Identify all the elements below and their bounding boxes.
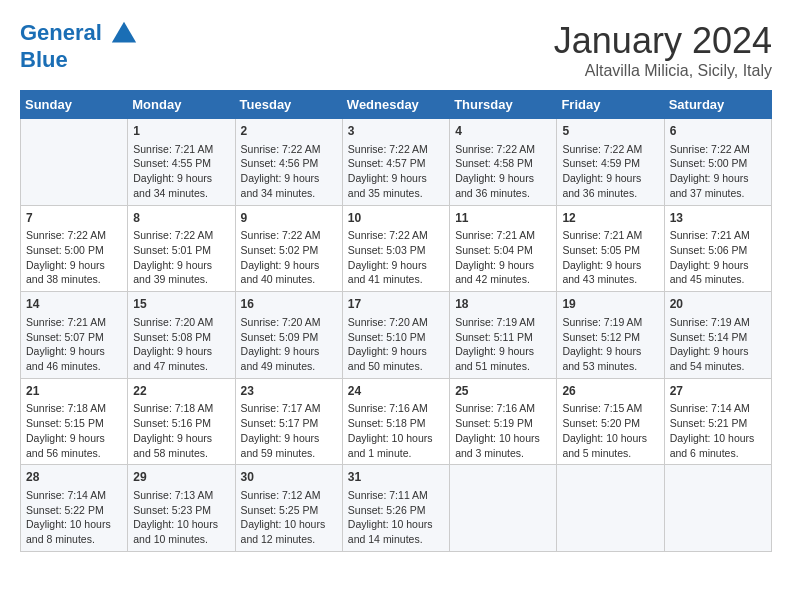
day-number: 10: [348, 210, 444, 227]
day-number: 31: [348, 469, 444, 486]
calendar-cell: 5Sunrise: 7:22 AM Sunset: 4:59 PM Daylig…: [557, 119, 664, 206]
day-info: Sunrise: 7:21 AM Sunset: 4:55 PM Dayligh…: [133, 142, 229, 201]
title-block: January 2024 Altavilla Milicia, Sicily, …: [554, 20, 772, 80]
day-info: Sunrise: 7:21 AM Sunset: 5:07 PM Dayligh…: [26, 315, 122, 374]
day-info: Sunrise: 7:22 AM Sunset: 4:59 PM Dayligh…: [562, 142, 658, 201]
calendar-cell: 21Sunrise: 7:18 AM Sunset: 5:15 PM Dayli…: [21, 378, 128, 465]
calendar-cell: 23Sunrise: 7:17 AM Sunset: 5:17 PM Dayli…: [235, 378, 342, 465]
day-info: Sunrise: 7:14 AM Sunset: 5:22 PM Dayligh…: [26, 488, 122, 547]
day-number: 8: [133, 210, 229, 227]
calendar-cell: 29Sunrise: 7:13 AM Sunset: 5:23 PM Dayli…: [128, 465, 235, 552]
day-number: 13: [670, 210, 766, 227]
day-info: Sunrise: 7:11 AM Sunset: 5:26 PM Dayligh…: [348, 488, 444, 547]
day-info: Sunrise: 7:22 AM Sunset: 4:56 PM Dayligh…: [241, 142, 337, 201]
calendar-week-2: 7Sunrise: 7:22 AM Sunset: 5:00 PM Daylig…: [21, 205, 772, 292]
calendar-week-3: 14Sunrise: 7:21 AM Sunset: 5:07 PM Dayli…: [21, 292, 772, 379]
day-info: Sunrise: 7:22 AM Sunset: 5:02 PM Dayligh…: [241, 228, 337, 287]
day-info: Sunrise: 7:21 AM Sunset: 5:04 PM Dayligh…: [455, 228, 551, 287]
day-info: Sunrise: 7:12 AM Sunset: 5:25 PM Dayligh…: [241, 488, 337, 547]
calendar-week-5: 28Sunrise: 7:14 AM Sunset: 5:22 PM Dayli…: [21, 465, 772, 552]
day-info: Sunrise: 7:22 AM Sunset: 5:00 PM Dayligh…: [26, 228, 122, 287]
weekday-header-thursday: Thursday: [450, 91, 557, 119]
day-number: 15: [133, 296, 229, 313]
calendar-cell: 7Sunrise: 7:22 AM Sunset: 5:00 PM Daylig…: [21, 205, 128, 292]
day-info: Sunrise: 7:22 AM Sunset: 4:57 PM Dayligh…: [348, 142, 444, 201]
day-info: Sunrise: 7:16 AM Sunset: 5:18 PM Dayligh…: [348, 401, 444, 460]
day-number: 18: [455, 296, 551, 313]
calendar-body: 1Sunrise: 7:21 AM Sunset: 4:55 PM Daylig…: [21, 119, 772, 552]
page-header: General Blue January 2024 Altavilla Mili…: [20, 20, 772, 80]
calendar-cell: 14Sunrise: 7:21 AM Sunset: 5:07 PM Dayli…: [21, 292, 128, 379]
calendar-cell: 10Sunrise: 7:22 AM Sunset: 5:03 PM Dayli…: [342, 205, 449, 292]
calendar-cell: [557, 465, 664, 552]
day-number: 26: [562, 383, 658, 400]
day-number: 2: [241, 123, 337, 140]
day-number: 4: [455, 123, 551, 140]
calendar-cell: [450, 465, 557, 552]
month-title: January 2024: [554, 20, 772, 62]
calendar-cell: 28Sunrise: 7:14 AM Sunset: 5:22 PM Dayli…: [21, 465, 128, 552]
day-info: Sunrise: 7:22 AM Sunset: 5:03 PM Dayligh…: [348, 228, 444, 287]
day-info: Sunrise: 7:19 AM Sunset: 5:12 PM Dayligh…: [562, 315, 658, 374]
calendar-header: SundayMondayTuesdayWednesdayThursdayFrid…: [21, 91, 772, 119]
day-info: Sunrise: 7:20 AM Sunset: 5:09 PM Dayligh…: [241, 315, 337, 374]
location-subtitle: Altavilla Milicia, Sicily, Italy: [554, 62, 772, 80]
day-number: 27: [670, 383, 766, 400]
day-info: Sunrise: 7:19 AM Sunset: 5:14 PM Dayligh…: [670, 315, 766, 374]
day-info: Sunrise: 7:14 AM Sunset: 5:21 PM Dayligh…: [670, 401, 766, 460]
calendar-cell: 4Sunrise: 7:22 AM Sunset: 4:58 PM Daylig…: [450, 119, 557, 206]
calendar-cell: 8Sunrise: 7:22 AM Sunset: 5:01 PM Daylig…: [128, 205, 235, 292]
calendar-cell: 1Sunrise: 7:21 AM Sunset: 4:55 PM Daylig…: [128, 119, 235, 206]
calendar-cell: [21, 119, 128, 206]
calendar-week-1: 1Sunrise: 7:21 AM Sunset: 4:55 PM Daylig…: [21, 119, 772, 206]
day-info: Sunrise: 7:20 AM Sunset: 5:08 PM Dayligh…: [133, 315, 229, 374]
day-number: 22: [133, 383, 229, 400]
day-number: 25: [455, 383, 551, 400]
day-number: 17: [348, 296, 444, 313]
calendar-cell: 17Sunrise: 7:20 AM Sunset: 5:10 PM Dayli…: [342, 292, 449, 379]
day-number: 5: [562, 123, 658, 140]
day-number: 9: [241, 210, 337, 227]
day-number: 30: [241, 469, 337, 486]
calendar-cell: 13Sunrise: 7:21 AM Sunset: 5:06 PM Dayli…: [664, 205, 771, 292]
calendar-cell: 16Sunrise: 7:20 AM Sunset: 5:09 PM Dayli…: [235, 292, 342, 379]
calendar-table: SundayMondayTuesdayWednesdayThursdayFrid…: [20, 90, 772, 552]
weekday-header-monday: Monday: [128, 91, 235, 119]
day-number: 12: [562, 210, 658, 227]
calendar-cell: 15Sunrise: 7:20 AM Sunset: 5:08 PM Dayli…: [128, 292, 235, 379]
day-number: 28: [26, 469, 122, 486]
day-info: Sunrise: 7:15 AM Sunset: 5:20 PM Dayligh…: [562, 401, 658, 460]
calendar-cell: 20Sunrise: 7:19 AM Sunset: 5:14 PM Dayli…: [664, 292, 771, 379]
day-info: Sunrise: 7:16 AM Sunset: 5:19 PM Dayligh…: [455, 401, 551, 460]
day-number: 1: [133, 123, 229, 140]
calendar-cell: 3Sunrise: 7:22 AM Sunset: 4:57 PM Daylig…: [342, 119, 449, 206]
day-info: Sunrise: 7:19 AM Sunset: 5:11 PM Dayligh…: [455, 315, 551, 374]
day-number: 3: [348, 123, 444, 140]
day-number: 6: [670, 123, 766, 140]
logo: General Blue: [20, 20, 138, 72]
day-number: 11: [455, 210, 551, 227]
day-info: Sunrise: 7:21 AM Sunset: 5:06 PM Dayligh…: [670, 228, 766, 287]
svg-marker-0: [112, 22, 136, 43]
day-number: 14: [26, 296, 122, 313]
day-info: Sunrise: 7:18 AM Sunset: 5:15 PM Dayligh…: [26, 401, 122, 460]
calendar-cell: 9Sunrise: 7:22 AM Sunset: 5:02 PM Daylig…: [235, 205, 342, 292]
day-info: Sunrise: 7:22 AM Sunset: 5:00 PM Dayligh…: [670, 142, 766, 201]
day-number: 23: [241, 383, 337, 400]
calendar-week-4: 21Sunrise: 7:18 AM Sunset: 5:15 PM Dayli…: [21, 378, 772, 465]
weekday-header-saturday: Saturday: [664, 91, 771, 119]
calendar-cell: 2Sunrise: 7:22 AM Sunset: 4:56 PM Daylig…: [235, 119, 342, 206]
calendar-cell: 6Sunrise: 7:22 AM Sunset: 5:00 PM Daylig…: [664, 119, 771, 206]
calendar-cell: 18Sunrise: 7:19 AM Sunset: 5:11 PM Dayli…: [450, 292, 557, 379]
day-info: Sunrise: 7:17 AM Sunset: 5:17 PM Dayligh…: [241, 401, 337, 460]
day-number: 20: [670, 296, 766, 313]
calendar-cell: 19Sunrise: 7:19 AM Sunset: 5:12 PM Dayli…: [557, 292, 664, 379]
weekday-header-tuesday: Tuesday: [235, 91, 342, 119]
day-number: 19: [562, 296, 658, 313]
day-info: Sunrise: 7:20 AM Sunset: 5:10 PM Dayligh…: [348, 315, 444, 374]
calendar-cell: 31Sunrise: 7:11 AM Sunset: 5:26 PM Dayli…: [342, 465, 449, 552]
calendar-cell: 25Sunrise: 7:16 AM Sunset: 5:19 PM Dayli…: [450, 378, 557, 465]
logo-text: General Blue: [20, 20, 138, 72]
day-info: Sunrise: 7:21 AM Sunset: 5:05 PM Dayligh…: [562, 228, 658, 287]
weekday-header-friday: Friday: [557, 91, 664, 119]
